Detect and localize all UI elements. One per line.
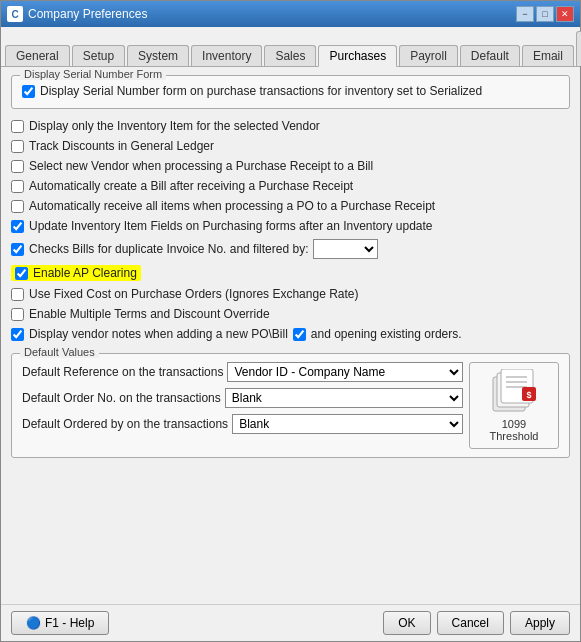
tab-inventory[interactable]: Inventory bbox=[191, 45, 262, 66]
threshold-box: $ 1099 Threshold bbox=[469, 362, 559, 449]
option-row-7: Checks Bills for duplicate Invoice No. a… bbox=[11, 239, 570, 259]
close-button[interactable]: ✕ bbox=[556, 6, 574, 22]
default-values-title: Default Values bbox=[20, 346, 99, 358]
tab-default[interactable]: Default bbox=[460, 45, 520, 66]
option-checkbox-2[interactable] bbox=[11, 140, 24, 153]
option-label-5: Automatically receive all items when pro… bbox=[29, 199, 435, 213]
option-label-9: Use Fixed Cost on Purchase Orders (Ignor… bbox=[29, 287, 358, 301]
option-label-7: Checks Bills for duplicate Invoice No. a… bbox=[29, 242, 308, 256]
option-label-4: Automatically create a Bill after receiv… bbox=[29, 179, 353, 193]
content-area: Display Serial Number Form Display Seria… bbox=[1, 67, 580, 604]
bottom-left: 🔵 F1 - Help bbox=[11, 611, 109, 635]
option-checkbox-6[interactable] bbox=[11, 220, 24, 233]
option-checkbox-8[interactable] bbox=[15, 267, 28, 280]
enable-clearing-highlight: Enable AP Clearing bbox=[11, 265, 141, 281]
serial-number-check-row: Display Serial Number form on purchase t… bbox=[22, 84, 559, 98]
option-label-11b: and opening existing orders. bbox=[311, 327, 462, 341]
option-checkbox-4[interactable] bbox=[11, 180, 24, 193]
option-row-9: Use Fixed Cost on Purchase Orders (Ignor… bbox=[11, 287, 570, 301]
ok-button[interactable]: OK bbox=[383, 611, 430, 635]
option-row-3: Select new Vendor when processing a Purc… bbox=[11, 159, 570, 173]
tab-sales[interactable]: Sales bbox=[264, 45, 316, 66]
option-label-8: Enable AP Clearing bbox=[33, 266, 137, 280]
serial-number-checkbox[interactable] bbox=[22, 85, 35, 98]
option-row-2: Track Discounts in General Ledger bbox=[11, 139, 570, 153]
minimize-button[interactable]: − bbox=[516, 6, 534, 22]
title-bar: C Company Preferences − □ ✕ bbox=[1, 1, 580, 27]
tab-addons[interactable]: Add-Ons bbox=[576, 31, 581, 66]
option-label-10: Enable Multiple Terms and Discount Overr… bbox=[29, 307, 270, 321]
apply-button[interactable]: Apply bbox=[510, 611, 570, 635]
tabs-bar: General Setup System Inventory Sales Pur… bbox=[1, 27, 580, 67]
threshold-icon: $ bbox=[489, 369, 539, 414]
main-window: C Company Preferences − □ ✕ General Setu… bbox=[0, 0, 581, 642]
bottom-bar: 🔵 F1 - Help OK Cancel Apply bbox=[1, 604, 580, 641]
help-label: F1 - Help bbox=[45, 616, 94, 630]
option-checkbox-3[interactable] bbox=[11, 160, 24, 173]
default-row-1-label: Default Reference on the transactions bbox=[22, 365, 223, 379]
cancel-button[interactable]: Cancel bbox=[437, 611, 504, 635]
option-row-5: Automatically receive all items when pro… bbox=[11, 199, 570, 213]
option-row-4: Automatically create a Bill after receiv… bbox=[11, 179, 570, 193]
default-order-select[interactable]: Blank Auto bbox=[225, 388, 463, 408]
option-checkbox-11b[interactable] bbox=[293, 328, 306, 341]
option-label-2: Track Discounts in General Ledger bbox=[29, 139, 214, 153]
default-values-group: Default Values Default Reference on the … bbox=[11, 353, 570, 458]
default-row-2: Default Order No. on the transactions Bl… bbox=[22, 388, 463, 408]
option-checkbox-5[interactable] bbox=[11, 200, 24, 213]
option-label-11: Display vendor notes when adding a new P… bbox=[29, 327, 288, 341]
option-row-11: Display vendor notes when adding a new P… bbox=[11, 327, 570, 341]
serial-number-group-title: Display Serial Number Form bbox=[20, 68, 166, 80]
tab-email[interactable]: Email bbox=[522, 45, 574, 66]
option-label-1: Display only the Inventory Item for the … bbox=[29, 119, 320, 133]
threshold-label: 1099 Threshold bbox=[476, 418, 552, 442]
app-icon: C bbox=[7, 6, 23, 22]
option-checkbox-7[interactable] bbox=[11, 243, 24, 256]
svg-text:$: $ bbox=[526, 390, 531, 400]
option-row-10: Enable Multiple Terms and Discount Overr… bbox=[11, 307, 570, 321]
options-area: Display only the Inventory Item for the … bbox=[11, 115, 570, 347]
serial-number-label: Display Serial Number form on purchase t… bbox=[40, 84, 482, 98]
default-row-1: Default Reference on the transactions Ve… bbox=[22, 362, 463, 382]
serial-number-group: Display Serial Number Form Display Seria… bbox=[11, 75, 570, 109]
option-checkbox-10[interactable] bbox=[11, 308, 24, 321]
default-reference-select[interactable]: Vendor ID - Company Name Blank Vendor ID… bbox=[227, 362, 463, 382]
default-values-left: Default Reference on the transactions Ve… bbox=[22, 362, 463, 449]
option-row-1: Display only the Inventory Item for the … bbox=[11, 119, 570, 133]
option-checkbox-11[interactable] bbox=[11, 328, 24, 341]
option-row-6: Update Inventory Item Fields on Purchasi… bbox=[11, 219, 570, 233]
maximize-button[interactable]: □ bbox=[536, 6, 554, 22]
option-label-3: Select new Vendor when processing a Purc… bbox=[29, 159, 373, 173]
help-icon: 🔵 bbox=[26, 616, 41, 630]
title-bar-left: C Company Preferences bbox=[7, 6, 147, 22]
tab-setup[interactable]: Setup bbox=[72, 45, 125, 66]
default-row-2-label: Default Order No. on the transactions bbox=[22, 391, 221, 405]
option-checkbox-9[interactable] bbox=[11, 288, 24, 301]
default-row-3: Default Ordered by on the transactions B… bbox=[22, 414, 463, 434]
tab-purchases[interactable]: Purchases bbox=[318, 45, 397, 67]
option-select-7[interactable]: Vendor All bbox=[313, 239, 378, 259]
tab-system[interactable]: System bbox=[127, 45, 189, 66]
help-button[interactable]: 🔵 F1 - Help bbox=[11, 611, 109, 635]
default-values-section: Default Reference on the transactions Ve… bbox=[22, 362, 559, 449]
option-checkbox-1[interactable] bbox=[11, 120, 24, 133]
default-ordered-by-select[interactable]: Blank Auto bbox=[232, 414, 463, 434]
window-title: Company Preferences bbox=[28, 7, 147, 21]
tab-general[interactable]: General bbox=[5, 45, 70, 66]
bottom-right: OK Cancel Apply bbox=[383, 611, 570, 635]
option-row-8: Enable AP Clearing bbox=[11, 265, 570, 281]
tab-payroll[interactable]: Payroll bbox=[399, 45, 458, 66]
title-buttons: − □ ✕ bbox=[516, 6, 574, 22]
default-row-3-label: Default Ordered by on the transactions bbox=[22, 417, 228, 431]
option-label-6: Update Inventory Item Fields on Purchasi… bbox=[29, 219, 433, 233]
